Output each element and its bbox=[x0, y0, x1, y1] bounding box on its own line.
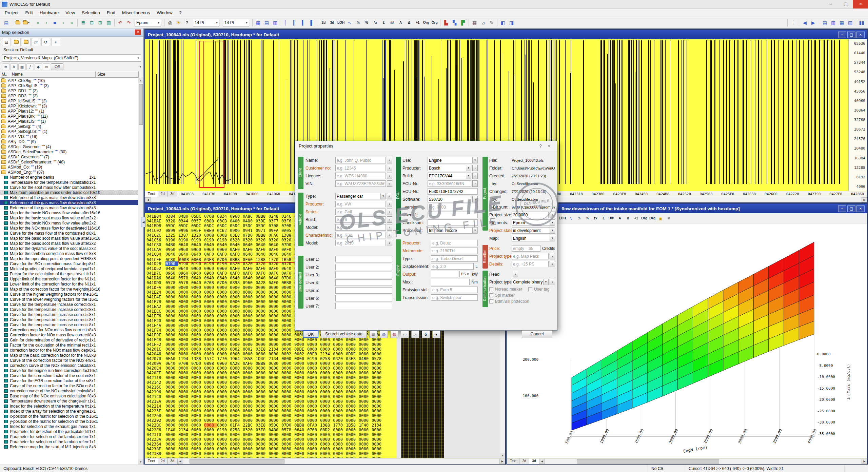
tree-item[interactable]: Minimal gradient of reciprocal lambda si… bbox=[0, 266, 138, 271]
hex-cell[interactable]: 0000 bbox=[243, 432, 256, 437]
hex-cell[interactable]: 0A05 bbox=[281, 228, 294, 233]
hex-cell[interactable]: 0320 bbox=[243, 261, 256, 266]
hex-cell[interactable]: 0960 bbox=[191, 247, 204, 252]
field-input[interactable] bbox=[335, 193, 386, 199]
hex-cell[interactable]: 0000 bbox=[256, 318, 269, 323]
hex-cell[interactable]: 0000 bbox=[359, 428, 372, 432]
tree-item[interactable]: Curve for the temperature increase corre… bbox=[0, 302, 138, 307]
hex-cell[interactable]: 0000 bbox=[281, 318, 294, 323]
hex-cell[interactable]: 0000 bbox=[204, 380, 217, 385]
tree-folder[interactable]: ASDdc_Governor: "" (4) bbox=[0, 144, 138, 149]
hex-cell[interactable]: 0000 bbox=[217, 352, 230, 356]
hex-cell[interactable]: 0000 bbox=[243, 451, 256, 456]
tree-item[interactable]: Curve for the temperature increase corre… bbox=[0, 312, 138, 317]
hex-cell[interactable]: 0000 bbox=[256, 442, 269, 447]
hex-cell[interactable]: 0000 bbox=[243, 295, 256, 299]
hex-cell[interactable]: 0000 bbox=[281, 361, 294, 366]
chevron-down-icon[interactable]: ▾ bbox=[550, 235, 555, 241]
hex-cell[interactable]: 0000 bbox=[256, 352, 269, 356]
hex-cell[interactable]: 0000 bbox=[178, 299, 191, 304]
detail-arrow-button[interactable]: › bbox=[472, 173, 478, 179]
hex-cell[interactable]: 0000 bbox=[359, 347, 372, 352]
field-input[interactable] bbox=[428, 212, 478, 218]
hex-cell[interactable]: 0000 bbox=[256, 285, 269, 290]
menu-item-find[interactable]: Find bbox=[103, 9, 119, 16]
hex-cell[interactable]: 0000 bbox=[191, 342, 204, 347]
hex-cell[interactable]: 0000 bbox=[269, 385, 281, 390]
hex-cell[interactable]: 0AF0 bbox=[230, 271, 243, 276]
field-input[interactable] bbox=[335, 216, 386, 223]
win-minimize-icon[interactable]: – bbox=[838, 32, 846, 38]
hex-cell[interactable]: 0640 bbox=[191, 276, 204, 280]
hex-cell[interactable]: 0190 bbox=[165, 261, 178, 266]
chevron-down-icon[interactable]: ▾ bbox=[543, 279, 548, 285]
hex-cell[interactable]: 0000 bbox=[307, 451, 320, 456]
hex-cell[interactable]: 0000 bbox=[178, 352, 191, 356]
hex-cell[interactable]: 0000 bbox=[359, 413, 372, 418]
hex-cell[interactable]: 0000 bbox=[243, 314, 256, 318]
plus-one-icon[interactable]: +1 bbox=[413, 19, 422, 27]
hex-cell[interactable]: 0000 bbox=[230, 394, 243, 399]
hex-cell[interactable]: 0000 bbox=[243, 399, 256, 404]
hex-cell[interactable]: 0AF0 bbox=[256, 247, 269, 252]
hex-cell[interactable]: 0000 bbox=[333, 404, 346, 409]
chart-blue-icon[interactable]: ▚ bbox=[450, 19, 459, 27]
hex-cell[interactable]: 0000 bbox=[191, 366, 204, 371]
hex-cell[interactable]: 0000 bbox=[217, 299, 230, 304]
hex-cell[interactable]: 0190 bbox=[165, 238, 178, 242]
hex-cell[interactable]: 0320 bbox=[333, 356, 346, 361]
hex-cell[interactable]: 0000 bbox=[191, 437, 204, 442]
tree-item[interactable]: Index for the selection of the temperatu… bbox=[0, 404, 138, 409]
hex-cell[interactable]: 0000 bbox=[256, 432, 269, 437]
hex-cell[interactable]: 0000 bbox=[178, 385, 191, 390]
hex-cell[interactable]: 0000 bbox=[230, 447, 243, 451]
tree-folder[interactable]: APP_Plaus12: "" (1) bbox=[0, 109, 138, 114]
hex-cell[interactable]: 0000 bbox=[372, 399, 384, 404]
cancel-button[interactable]: Cancel bbox=[522, 330, 552, 338]
tab-3d[interactable]: 3d bbox=[529, 458, 539, 464]
hex-cell[interactable]: 0640 bbox=[204, 242, 217, 247]
hex-cell[interactable]: 1B58 bbox=[346, 423, 359, 428]
hex-cell[interactable]: 0000 bbox=[333, 409, 346, 413]
hex-cell[interactable]: 0000 bbox=[256, 295, 269, 299]
tree-item[interactable]: Parameter for selection of the lambda re… bbox=[0, 434, 138, 439]
hex-cell[interactable]: 0000 bbox=[165, 418, 178, 423]
field-input[interactable] bbox=[512, 235, 555, 241]
hex-cell[interactable]: 0000 bbox=[204, 299, 217, 304]
hex-cell[interactable]: 0000 bbox=[333, 337, 346, 342]
tree-item[interactable]: Curve for the temperature increase corre… bbox=[0, 317, 138, 322]
hex-cell[interactable]: 1387 bbox=[178, 233, 191, 238]
field-input[interactable] bbox=[428, 219, 478, 226]
hex-cell[interactable]: 0000 bbox=[230, 432, 243, 437]
hex-cell[interactable]: 0000 bbox=[269, 451, 281, 456]
hex-cell[interactable]: 2134 bbox=[269, 347, 281, 352]
hex-cell[interactable]: 0000 bbox=[269, 456, 281, 458]
hex-cell[interactable]: 0000 bbox=[269, 404, 281, 409]
hex-cell[interactable]: 0AF0 bbox=[243, 361, 256, 366]
hex-cell[interactable]: 1325 bbox=[165, 233, 178, 238]
detail-arrow-button[interactable]: › bbox=[387, 224, 392, 231]
web-search-icon[interactable]: ◍ bbox=[380, 331, 388, 338]
tree-item[interactable]: Curve of the correction factor for the S… bbox=[0, 383, 138, 388]
hex-cell[interactable]: 0320 bbox=[230, 261, 243, 266]
hex-cell[interactable]: 0000 bbox=[320, 347, 333, 352]
col-width-4-icon[interactable]: ▌ bbox=[308, 19, 316, 27]
hex-cell[interactable]: 0000 bbox=[230, 290, 243, 295]
hex-cell[interactable]: 0000 bbox=[269, 437, 281, 442]
hex-cell[interactable]: 0640 bbox=[243, 242, 256, 247]
tree-view-icon[interactable]: ≣ bbox=[79, 19, 87, 27]
tree-item[interactable]: Curve for the temperature increase corre… bbox=[0, 307, 138, 312]
hex-cell[interactable]: 07D0 bbox=[281, 423, 294, 428]
hex-cell[interactable]: 0708 bbox=[269, 223, 281, 228]
hex-cell[interactable]: 0000 bbox=[281, 442, 294, 447]
hex-cell[interactable]: 0000 bbox=[346, 361, 359, 366]
hex-cell[interactable]: 0000 bbox=[204, 304, 217, 309]
field-input[interactable] bbox=[428, 196, 471, 202]
hex-cell[interactable]: 0000 bbox=[346, 394, 359, 399]
hex-cell[interactable]: 0190 bbox=[204, 238, 217, 242]
hex-cell[interactable]: 0640 bbox=[178, 252, 191, 257]
hex-cell[interactable]: 0320 bbox=[243, 428, 256, 432]
hex-cell[interactable]: 0000 bbox=[230, 418, 243, 423]
chart-red-icon[interactable]: ▙ bbox=[442, 19, 450, 27]
hex-cell[interactable]: 0000 bbox=[333, 456, 346, 458]
